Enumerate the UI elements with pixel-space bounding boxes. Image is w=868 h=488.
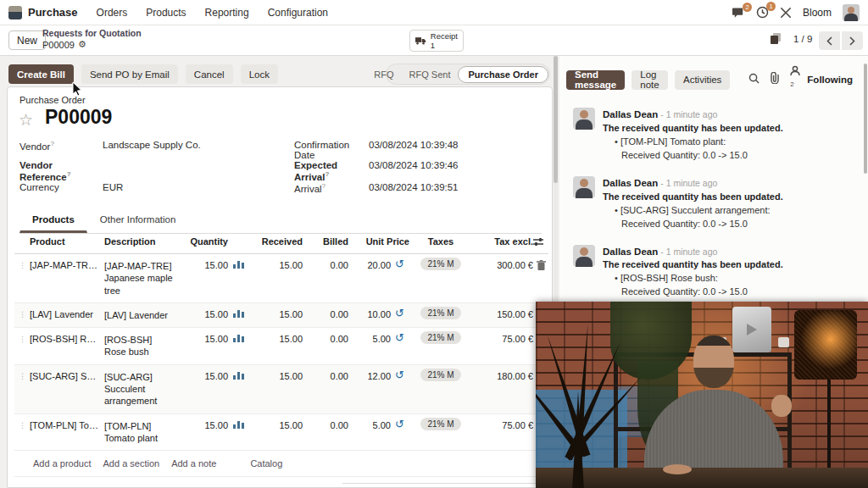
forecast-chart-icon[interactable] — [228, 365, 248, 381]
table-row[interactable]: ⋮⋮ [SUC-ARG] Succulent arrangement [SUC-… — [14, 365, 548, 414]
gear-icon[interactable]: ⚙ — [78, 39, 86, 50]
message-author[interactable]: Dallas Dean — [603, 247, 658, 257]
forecast-chart-icon[interactable] — [228, 414, 248, 430]
cell-received[interactable]: 15.00 — [248, 365, 303, 387]
cell-description[interactable]: [ROS-BSH] Rose bush — [104, 328, 184, 364]
table-row[interactable]: ⋮⋮ [TOM-PLN] Tomato plant [TOM-PLN] Toma… — [14, 414, 548, 452]
col-taxes[interactable]: Taxes — [409, 231, 472, 252]
forecast-chart-icon[interactable] — [228, 254, 248, 270]
company-name[interactable]: Bloom — [803, 7, 832, 19]
add-section-link[interactable]: Add a section — [103, 458, 160, 469]
cell-product[interactable]: [LAV] Lavender — [30, 303, 104, 325]
table-row[interactable]: ⋮⋮ [ROS-BSH] Rose bush [ROS-BSH] Rose bu… — [14, 328, 548, 365]
cell-description[interactable]: [JAP-MAP-TRE] Japanese maple tree — [104, 254, 184, 302]
messages-icon[interactable]: 2 — [732, 7, 745, 19]
followers-icon[interactable]: 2 — [790, 64, 800, 95]
tab-other-information[interactable]: Other Information — [87, 208, 188, 233]
cell-unit-price[interactable]: 10.00 — [348, 303, 391, 325]
catalog-link[interactable]: Catalog — [250, 458, 282, 469]
send-message-button[interactable]: Send message — [566, 70, 625, 90]
cell-quantity[interactable]: 15.00 — [184, 254, 228, 276]
status-step-rfq-sent[interactable]: RFQ Sent — [402, 69, 459, 80]
arrival-value[interactable]: 03/08/2024 10:39:51 — [369, 182, 459, 194]
activities-clock-icon[interactable]: 1 — [756, 6, 769, 19]
taxes-badge[interactable]: 21% M — [420, 418, 460, 430]
col-received[interactable]: Received — [248, 231, 303, 252]
col-tax-excl[interactable]: Tax excl. — [472, 231, 533, 252]
cell-unit-price[interactable]: 5.00 — [348, 328, 391, 350]
col-description[interactable]: Description — [104, 231, 184, 252]
menu-configuration[interactable]: Configuration — [268, 7, 328, 19]
cell-quantity[interactable]: 15.00 — [184, 414, 228, 436]
cell-description[interactable]: [TOM-PLN] Tomato plant — [104, 414, 184, 451]
message-author[interactable]: Dallas Dean — [603, 109, 658, 119]
cell-quantity[interactable]: 15.00 — [184, 303, 228, 325]
confirmation-date-value[interactable]: 03/08/2024 10:39:48 — [369, 140, 459, 160]
cell-unit-price[interactable]: 20.00 — [348, 254, 391, 276]
cell-unit-price[interactable]: 12.00 — [348, 365, 391, 387]
add-product-link[interactable]: Add a product — [33, 458, 92, 469]
adjust-columns-icon[interactable] — [533, 231, 548, 253]
cell-received[interactable]: 15.00 — [248, 414, 303, 436]
col-quantity[interactable]: Quantity — [184, 231, 228, 252]
tutorial-video-overlay[interactable] — [536, 302, 868, 488]
drag-handle-icon[interactable]: ⋮⋮ — [14, 365, 30, 380]
menu-products[interactable]: Products — [146, 7, 186, 19]
favorite-star-icon[interactable]: ☆ — [19, 110, 33, 130]
taxes-badge[interactable]: 21% M — [420, 331, 460, 344]
currency-value[interactable]: EUR — [103, 182, 123, 192]
table-row[interactable]: ⋮⋮ [LAV] Lavender [LAV] Lavender 15.00 1… — [14, 303, 548, 328]
cell-received[interactable]: 15.00 — [248, 328, 303, 350]
pager-next-button[interactable] — [842, 31, 863, 50]
expected-arrival-value[interactable]: 03/08/2024 10:39:46 — [369, 160, 459, 182]
cell-description[interactable]: [LAV] Lavender — [104, 303, 184, 327]
lock-button[interactable]: Lock — [241, 64, 278, 84]
log-note-button[interactable]: Log note — [632, 70, 668, 90]
pager-previous-button[interactable] — [819, 31, 840, 50]
drag-handle-icon[interactable]: ⋮⋮ — [14, 414, 30, 430]
taxes-badge[interactable]: 21% M — [420, 369, 460, 381]
avatar[interactable] — [573, 245, 595, 267]
drag-handle-icon[interactable]: ⋮⋮ — [14, 303, 30, 319]
paperclip-icon[interactable] — [770, 72, 780, 87]
avatar[interactable] — [573, 176, 595, 198]
cell-product[interactable]: [SUC-ARG] Succulent arrangement — [30, 365, 104, 387]
drag-handle-icon[interactable]: ⋮⋮ — [14, 254, 30, 269]
price-history-icon[interactable]: ↺ — [391, 303, 409, 319]
app-name[interactable]: Purchase — [28, 6, 78, 19]
forecast-chart-icon[interactable] — [228, 328, 248, 344]
price-history-icon[interactable]: ↺ — [391, 414, 409, 430]
cell-description[interactable]: [SUC-ARG] Succulent arrangement — [104, 365, 184, 413]
message-author[interactable]: Dallas Dean — [603, 178, 658, 188]
cell-billed[interactable]: 0.00 — [303, 254, 348, 276]
table-row[interactable]: ⋮⋮ [JAP-MAP-TRE] Japanese maple tree [JA… — [14, 254, 548, 303]
col-billed[interactable]: Billed — [303, 231, 348, 252]
cell-billed[interactable]: 0.00 — [303, 303, 348, 325]
menu-reporting[interactable]: Reporting — [205, 7, 249, 19]
price-history-icon[interactable]: ↺ — [391, 328, 409, 343]
cell-billed[interactable]: 0.00 — [303, 328, 348, 350]
taxes-badge[interactable]: 21% M — [420, 258, 460, 270]
new-button[interactable]: New — [8, 30, 46, 50]
avatar[interactable] — [573, 108, 595, 130]
cell-received[interactable]: 15.00 — [248, 303, 303, 325]
cell-billed[interactable]: 0.00 — [303, 365, 348, 387]
vendor-value[interactable]: Landscape Supply Co. — [103, 140, 201, 152]
add-note-link[interactable]: Add a note — [171, 458, 216, 469]
user-avatar[interactable] — [843, 4, 860, 21]
price-history-icon[interactable]: ↺ — [391, 254, 409, 269]
cell-quantity[interactable]: 15.00 — [184, 365, 228, 387]
receipt-smart-button[interactable]: Receipt 1 — [409, 30, 464, 52]
menu-orders[interactable]: Orders — [97, 7, 128, 19]
drag-handle-icon[interactable]: ⋮⋮ — [14, 328, 30, 343]
create-bill-button[interactable]: Create Bill — [8, 64, 74, 84]
cancel-button[interactable]: Cancel — [186, 64, 233, 84]
following-button[interactable]: Following — [807, 75, 861, 85]
status-step-purchase-order[interactable]: Purchase Order — [458, 66, 548, 83]
cell-product[interactable]: [JAP-MAP-TRE] Japanese maple tree — [30, 254, 104, 276]
price-history-icon[interactable]: ↺ — [391, 365, 409, 380]
tab-products[interactable]: Products — [19, 208, 87, 233]
forecast-chart-icon[interactable] — [228, 303, 248, 319]
send-po-email-button[interactable]: Send PO by Email — [81, 64, 178, 84]
delete-row-icon[interactable] — [533, 254, 548, 272]
